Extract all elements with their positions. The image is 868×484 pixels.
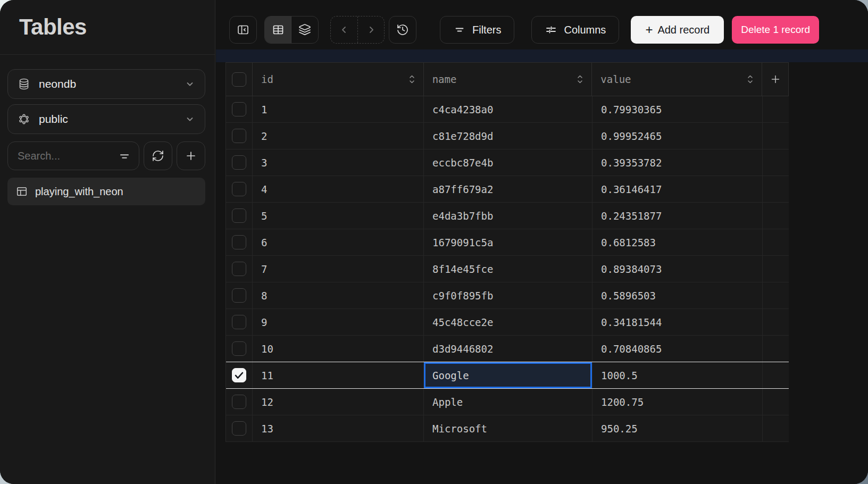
cell-name[interactable]: c81e728d9d	[424, 123, 592, 149]
cell-value[interactable]: 0.34181544	[592, 309, 763, 335]
row-checkbox[interactable]	[226, 149, 253, 176]
cell-name-selected[interactable]: Google	[424, 362, 592, 388]
table-search-row	[7, 141, 205, 170]
cell-value[interactable]: 0.39353782	[592, 149, 763, 176]
sort-icon	[746, 73, 754, 85]
cell-value[interactable]: 0.79930365	[592, 96, 763, 122]
select-all-checkbox[interactable]	[226, 63, 253, 96]
cell-name[interactable]: 45c48cce2e	[424, 309, 592, 335]
cell-id[interactable]: 8	[253, 282, 424, 308]
table-row: 3 eccbc87e4b 0.39353782	[226, 149, 789, 176]
cell-id[interactable]: 5	[253, 203, 424, 229]
table-icon	[16, 186, 28, 197]
sidebar: Tables neondb	[0, 0, 215, 484]
layers-view-button[interactable]	[291, 16, 318, 43]
table-row: 5 e4da3b7fbb 0.24351877	[226, 203, 789, 229]
add-record-button[interactable]: + Add record	[631, 16, 724, 44]
row-checkbox[interactable]	[226, 309, 253, 335]
cell-id[interactable]: 12	[253, 389, 424, 415]
table-row: 4 a87ff679a2 0.36146417	[226, 176, 789, 203]
add-table-button[interactable]	[177, 141, 205, 170]
column-header-value[interactable]: value	[592, 63, 762, 96]
refresh-button[interactable]	[144, 141, 172, 170]
cell-id[interactable]: 9	[253, 309, 424, 335]
cell-id[interactable]: 6	[253, 229, 424, 255]
cell-name[interactable]: d3d9446802	[424, 336, 592, 362]
table-row: 7 8f14e45fce 0.89384073	[226, 256, 789, 282]
cell-name[interactable]: Apple	[424, 389, 592, 415]
row-checkbox[interactable]	[226, 203, 253, 229]
cell-id[interactable]: 13	[253, 415, 424, 441]
cell-value[interactable]: 950.25	[592, 415, 763, 441]
cell-name[interactable]: c9f0f895fb	[424, 282, 592, 308]
chevron-left-icon	[339, 24, 349, 35]
row-checkbox[interactable]	[226, 96, 253, 122]
next-page-button[interactable]	[357, 16, 384, 43]
cell-value[interactable]: 1200.75	[592, 389, 763, 415]
grid-view-button[interactable]	[265, 16, 291, 43]
delete-record-button[interactable]: Delete 1 record	[732, 16, 819, 44]
row-checkbox[interactable]	[226, 229, 253, 255]
table-row: 9 45c48cce2e 0.34181544	[226, 309, 789, 336]
record-nav-group	[330, 16, 385, 44]
table-row-selected: 11 Google 1000.5	[226, 362, 789, 389]
chevron-down-icon	[185, 79, 195, 89]
cell-value[interactable]: 0.99952465	[592, 123, 763, 149]
column-header-name[interactable]: name	[424, 63, 592, 96]
cell-name[interactable]: c4ca4238a0	[424, 96, 592, 122]
filter-lines-icon	[118, 149, 131, 163]
row-checkbox[interactable]	[226, 176, 253, 202]
cell-name[interactable]: a87ff679a2	[424, 176, 592, 202]
delete-record-label: Delete 1 record	[741, 24, 810, 36]
cell-value[interactable]: 0.70840865	[592, 336, 763, 362]
collapse-sidebar-button[interactable]	[229, 16, 257, 44]
filters-button[interactable]: Filters	[440, 16, 514, 44]
column-header-id[interactable]: id	[253, 63, 424, 96]
row-checkbox[interactable]	[226, 256, 253, 282]
sidebar-item-label: playing_with_neon	[35, 186, 123, 198]
cell-id[interactable]: 10	[253, 336, 424, 362]
database-select[interactable]: neondb	[7, 69, 205, 99]
history-button[interactable]	[389, 16, 416, 44]
cell-id[interactable]: 4	[253, 176, 424, 202]
add-column-button[interactable]	[762, 63, 789, 96]
cell-id[interactable]: 11	[253, 362, 424, 388]
sidebar-item-playing-with-neon[interactable]: playing_with_neon	[7, 178, 205, 205]
sliders-icon	[545, 23, 557, 36]
cell-value[interactable]: 0.24351877	[592, 203, 763, 229]
row-checkbox[interactable]	[226, 415, 253, 441]
row-checkbox[interactable]	[226, 123, 253, 149]
row-checkbox-checked[interactable]	[226, 362, 253, 388]
sort-icon	[408, 73, 416, 85]
sidebar-header: Tables	[0, 0, 215, 55]
cell-value[interactable]: 1000.5	[592, 362, 763, 388]
table-header-row: id name value	[226, 63, 789, 96]
cell-name[interactable]: e4da3b7fbb	[424, 203, 592, 229]
previous-page-button[interactable]	[331, 16, 357, 43]
plus-icon	[770, 73, 781, 85]
cell-name[interactable]: Microsoft	[424, 415, 592, 441]
history-icon	[396, 23, 409, 36]
cell-value[interactable]: 0.5896503	[592, 282, 763, 308]
columns-button-label: Columns	[564, 24, 606, 36]
cell-id[interactable]: 1	[253, 96, 424, 122]
cell-id[interactable]: 3	[253, 149, 424, 176]
row-checkbox[interactable]	[226, 389, 253, 415]
row-checkbox[interactable]	[226, 282, 253, 308]
add-record-label: Add record	[657, 24, 710, 36]
cell-name[interactable]: eccbc87e4b	[424, 149, 592, 176]
table-row: 6 1679091c5a 0.6812583	[226, 229, 789, 256]
columns-button[interactable]: Columns	[531, 16, 619, 44]
view-toggle-group	[264, 16, 319, 44]
cell-name[interactable]: 1679091c5a	[424, 229, 592, 255]
row-checkbox[interactable]	[226, 336, 253, 362]
refresh-icon	[152, 149, 164, 162]
schema-select[interactable]: public	[7, 104, 205, 134]
cell-name[interactable]: 8f14e45fce	[424, 256, 592, 282]
cell-id[interactable]: 7	[253, 256, 424, 282]
cell-value[interactable]: 0.89384073	[592, 256, 763, 282]
cell-id[interactable]: 2	[253, 123, 424, 149]
table-row: 13 Microsoft 950.25	[226, 415, 789, 442]
cell-value[interactable]: 0.6812583	[592, 229, 763, 255]
cell-value[interactable]: 0.36146417	[592, 176, 763, 202]
